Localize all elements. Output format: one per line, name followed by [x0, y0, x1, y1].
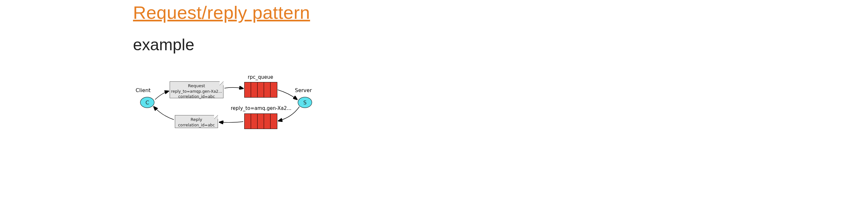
- server-node: S: [298, 97, 312, 108]
- rpc-queue: [244, 82, 277, 98]
- queue-slot: [264, 114, 271, 129]
- reply-note: Reply correlation_id=abc: [175, 115, 218, 128]
- queue-slot: [251, 82, 257, 97]
- client-node-letter: C: [145, 100, 149, 106]
- reply-note-line1: correlation_id=abc: [175, 123, 218, 128]
- queue-slot: [257, 82, 264, 97]
- server-node-letter: S: [303, 100, 307, 106]
- rpc-diagram: Client C Server S rpc_queue Request repl…: [130, 67, 331, 164]
- diagram-arrows: [130, 67, 331, 164]
- queue-slot: [271, 114, 277, 129]
- queue-slot: [245, 114, 251, 129]
- note-fold-icon: [214, 115, 218, 119]
- rpc-queue-label: rpc_queue: [244, 74, 277, 80]
- queue-slot: [245, 82, 251, 97]
- title-link[interactable]: Request/reply pattern: [133, 2, 310, 23]
- queue-slot: [257, 114, 264, 129]
- request-note: Request reply_to=amqp.gen-Xa2... correla…: [169, 81, 223, 98]
- reply-queue: [244, 113, 277, 129]
- note-fold-icon: [220, 81, 223, 85]
- client-label: Client: [135, 87, 151, 93]
- reply-queue-label: reply_to=amq.gen-Xa2...: [230, 105, 292, 111]
- request-note-line1: reply_to=amqp.gen-Xa2...: [170, 89, 223, 94]
- request-note-line2: correlation_id=abc: [170, 94, 223, 99]
- client-node: C: [140, 97, 154, 108]
- queue-slot: [271, 82, 277, 97]
- server-label: Server: [295, 87, 312, 93]
- queue-slot: [251, 114, 257, 129]
- reply-note-title: Reply: [175, 117, 218, 123]
- request-note-title: Request: [170, 83, 223, 89]
- queue-slot: [264, 82, 271, 97]
- page-subtitle: example: [133, 35, 868, 54]
